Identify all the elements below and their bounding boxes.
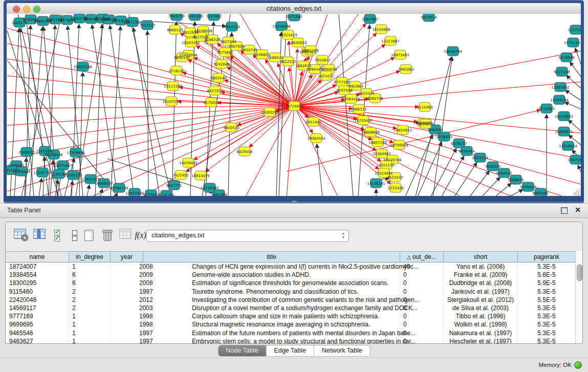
graph-node-label: 16154808 bbox=[372, 28, 390, 32]
table-row[interactable]: 1872400712008Changes of HCN gene express… bbox=[6, 262, 576, 271]
table-row[interactable]: 977716911998Corpus callosum shape and si… bbox=[6, 312, 576, 320]
column-header-short[interactable]: short bbox=[444, 251, 518, 262]
graph-node-label: 19654923 bbox=[394, 128, 412, 133]
graph-node-label: 18724007 bbox=[285, 104, 303, 108]
graph-node-label: 9115460 bbox=[417, 105, 432, 110]
graph-node-label: 9245012 bbox=[496, 171, 512, 176]
table-toolbar: f(x) citations_edges.txt ▲▼ bbox=[6, 222, 582, 248]
table-cell: 0 bbox=[400, 312, 444, 320]
table-cell: 14569117 bbox=[6, 304, 69, 312]
function-builder-icon[interactable]: f(x) bbox=[134, 229, 147, 242]
column-header-label: pagerank bbox=[534, 253, 559, 260]
table-cell: Hescheler et al. (1997) bbox=[444, 337, 518, 344]
table-cell: de Silva et al. (2003) bbox=[444, 304, 518, 312]
status-bar: Memory: OK bbox=[0, 358, 588, 372]
table-cell: 22420046 bbox=[6, 296, 69, 304]
table-row[interactable]: 1830029562008Estimation of significance … bbox=[6, 279, 576, 287]
table-row[interactable]: 1938455462009Genome-wide association stu… bbox=[6, 271, 576, 279]
graph-node-label: 15720407 bbox=[354, 119, 373, 123]
graph-node-label: 9891064 bbox=[211, 193, 227, 196]
table-cell: Franke et al. (2009) bbox=[444, 271, 518, 279]
float-panel-icon[interactable] bbox=[561, 207, 568, 214]
scrollbar-thumb[interactable] bbox=[577, 265, 582, 281]
table-cell: Estimation of significance thresholds fo… bbox=[143, 279, 400, 287]
table-cell: Wolkin et al. (1998) bbox=[444, 320, 518, 329]
graph-node-label: 12342757 bbox=[33, 171, 52, 175]
window-titlebar[interactable]: citations_edges.txt bbox=[7, 3, 581, 14]
table-cell: 2 bbox=[69, 296, 111, 304]
column-header-label: title bbox=[267, 253, 276, 260]
table-cell: 1997 bbox=[111, 288, 143, 296]
citation-network-graph[interactable]: 1405572933058120691406105532871527602213… bbox=[7, 14, 581, 196]
tab-node-table[interactable]: Node Table bbox=[218, 345, 266, 356]
table-cell: Corpus callosum shape and size in male p… bbox=[143, 312, 400, 320]
column-header-out_de[interactable]: △out_de... bbox=[400, 251, 444, 262]
graph-node-label: 7485063 bbox=[398, 68, 413, 72]
graph-node-label: 2506057 bbox=[18, 150, 34, 155]
table-panel-title: Table Panel bbox=[7, 207, 40, 214]
table-row[interactable]: 911546021997Tourette syndrome. Phenomeno… bbox=[6, 288, 576, 296]
network-canvas[interactable]: 1405572933058120691406105532871527602213… bbox=[7, 14, 581, 196]
graph-node-label: 9245032 bbox=[520, 185, 536, 189]
delete-column-icon[interactable] bbox=[101, 229, 115, 242]
column-header-pagerank[interactable]: pagerank bbox=[518, 251, 576, 262]
table-row[interactable]: 2242004622012Investigating the contribut… bbox=[6, 296, 576, 304]
memory-ok-indicator bbox=[574, 361, 582, 369]
graph-node-label: 16782759 bbox=[110, 186, 128, 190]
graph-node-label: 19384554 bbox=[307, 137, 325, 141]
graph-node-label: 9990445 bbox=[307, 68, 322, 72]
graph-node-label: 6961758 bbox=[302, 49, 318, 53]
network-view-window: citations_edges.txt 14055729330581206914… bbox=[4, 0, 584, 203]
table-type-tabs: Node TableEdge TableNetwork Table bbox=[217, 345, 370, 357]
splitter-handle[interactable] bbox=[292, 201, 297, 203]
close-panel-icon[interactable]: ✕ bbox=[575, 206, 581, 214]
graph-node-label: 9277452 bbox=[143, 193, 159, 196]
column-header-year[interactable]: year bbox=[111, 251, 143, 262]
graph-node-label: 1080748 bbox=[367, 97, 383, 101]
table-cell: Dudbridge et al. (2008) bbox=[444, 279, 518, 287]
table-row[interactable]: 969969511998Structural magnetic resonanc… bbox=[6, 320, 576, 329]
table-row[interactable]: 946362711997Embryonic stem cells: a mode… bbox=[6, 337, 576, 344]
graph-node-label: 6497568 bbox=[336, 89, 352, 93]
graph-node-label: 1621072 bbox=[318, 74, 334, 78]
table-cell: Estimation of the future numbers of pati… bbox=[143, 329, 400, 337]
tab-network-table[interactable]: Network Table bbox=[314, 345, 370, 356]
column-header-in_degree[interactable]: in_degree bbox=[69, 251, 111, 262]
table-select-dropdown[interactable]: citations_edges.txt ▲▼ bbox=[146, 230, 349, 242]
table-cell: Nakamura et al. (1997) bbox=[444, 329, 518, 337]
graph-node-label: 10973493 bbox=[391, 53, 409, 57]
table-row[interactable]: 1456911722003Disruption of a novel membe… bbox=[6, 304, 576, 312]
table-vertical-scrollbar[interactable] bbox=[575, 251, 582, 343]
column-header-label: short bbox=[474, 253, 488, 260]
table-cell: 1998 bbox=[111, 320, 143, 329]
column-header-title[interactable]: title bbox=[143, 251, 400, 262]
graph-node-label: 12923448 bbox=[125, 191, 144, 195]
graph-node-label: 8427552 bbox=[207, 89, 223, 93]
select-columns-icon[interactable] bbox=[53, 229, 67, 242]
table-cell: 5.3E-5 bbox=[518, 262, 576, 271]
graph-node-label: 1335061 bbox=[8, 164, 24, 168]
table-cell: 5.3E-5 bbox=[518, 288, 576, 296]
table-cell: 5.3E-5 bbox=[518, 304, 576, 312]
graph-node-label: 7462664 bbox=[347, 84, 363, 89]
table-cell: 18300295 bbox=[6, 279, 69, 287]
graph-node-label: 11156869 bbox=[12, 170, 31, 174]
graph-node-label: 8892345 bbox=[532, 191, 548, 195]
row-options-icon[interactable] bbox=[68, 229, 82, 242]
new-column-icon[interactable] bbox=[82, 229, 96, 242]
show-columns-icon[interactable] bbox=[33, 229, 47, 242]
table-cell: 2008 bbox=[111, 279, 143, 287]
column-header-name[interactable]: name bbox=[6, 251, 69, 262]
graph-node-label: 16210643 bbox=[555, 115, 573, 119]
table-mode-icon[interactable] bbox=[14, 229, 28, 242]
table-cell: 2009 bbox=[111, 271, 143, 279]
table-cell: Changes of HCN gene expression and I(f) … bbox=[143, 262, 400, 271]
graph-node-label: 9890147 bbox=[174, 56, 190, 60]
tab-edge-table[interactable]: Edge Table bbox=[266, 345, 314, 356]
table-row[interactable]: 946554611997Estimation of the future num… bbox=[6, 329, 576, 337]
graph-node-label: 9474444 bbox=[459, 149, 475, 154]
sort-ascending-icon: △ bbox=[407, 254, 411, 260]
graph-node-label: 9699695 bbox=[418, 122, 433, 126]
table-cell: Investigating the contribution of common… bbox=[143, 296, 400, 304]
graph-node-label: 7986372 bbox=[351, 107, 366, 112]
